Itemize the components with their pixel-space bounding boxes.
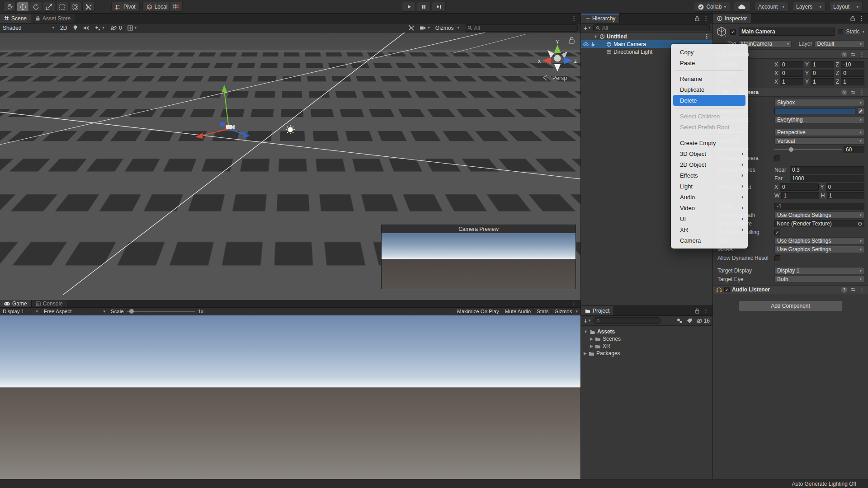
- component-kebab-icon[interactable]: ⋮: [859, 286, 865, 293]
- tab-console[interactable]: Console: [32, 300, 67, 307]
- layout-dropdown[interactable]: Layout▾: [829, 2, 863, 12]
- rotation-y-field[interactable]: 0: [811, 70, 834, 77]
- mute-audio-toggle[interactable]: Mute Audio: [502, 308, 534, 315]
- inspector-lock-icon[interactable]: [850, 16, 855, 21]
- menu-item-ui[interactable]: UI›: [671, 213, 748, 224]
- directional-light-icon[interactable]: [286, 125, 295, 134]
- help-icon[interactable]: ?: [841, 52, 847, 57]
- lighting-status-label[interactable]: Auto Generate Lighting Off: [792, 481, 856, 487]
- axis-y-cone[interactable]: [554, 45, 561, 53]
- rotate-tool-icon[interactable]: [30, 2, 42, 12]
- target-display-dropdown[interactable]: Display 1▾: [774, 267, 864, 274]
- project-create-button[interactable]: +▾: [584, 317, 590, 324]
- hdr-dropdown[interactable]: Use Graphics Settings▾: [774, 237, 864, 244]
- move-tool-icon[interactable]: [17, 2, 29, 12]
- presets-icon[interactable]: [850, 287, 856, 292]
- account-dropdown[interactable]: Account▾: [754, 2, 788, 12]
- maximize-on-play-toggle[interactable]: Maximize On Play: [454, 308, 502, 315]
- project-folder-packages[interactable]: ▶ Packages: [581, 350, 712, 357]
- far-clip-field[interactable]: 1000: [790, 175, 864, 182]
- target-texture-field[interactable]: None (Render Texture)⊙: [774, 220, 864, 227]
- custom-tools-icon[interactable]: [82, 2, 94, 12]
- aspect-ratio-dropdown[interactable]: Free Aspect▾: [41, 308, 108, 315]
- project-search-input[interactable]: [602, 318, 658, 324]
- tab-asset-store[interactable]: Asset Store: [31, 14, 75, 23]
- scene-menu-kebab-icon[interactable]: ⋮: [571, 15, 577, 22]
- project-hidden-toggle[interactable]: 16: [696, 318, 710, 324]
- grid-snap-icon[interactable]: [169, 2, 183, 12]
- add-component-button[interactable]: Add Component: [739, 300, 843, 311]
- menu-item-video[interactable]: Video›: [671, 202, 748, 213]
- culling-mask-dropdown[interactable]: Everything▾: [774, 116, 864, 123]
- viewport-w-field[interactable]: 1: [781, 192, 819, 199]
- scale-slider[interactable]: [127, 308, 195, 314]
- axis-x-cone[interactable]: [542, 57, 551, 64]
- object-picker-icon[interactable]: ⊙: [858, 221, 862, 227]
- depth-field[interactable]: -1: [774, 203, 864, 210]
- gameobject-name-field[interactable]: [739, 28, 835, 36]
- scale-y-field[interactable]: 1: [811, 78, 834, 85]
- position-y-field[interactable]: 1: [811, 61, 834, 68]
- project-lock-icon[interactable]: [695, 308, 699, 314]
- axis-z-cone[interactable]: [564, 57, 572, 64]
- persp-label[interactable]: Persp: [552, 75, 567, 81]
- expand-arrow-icon[interactable]: ▶: [584, 351, 587, 356]
- rect-tool-icon[interactable]: [56, 2, 68, 12]
- scene-lock-icon[interactable]: [569, 40, 574, 43]
- audio-listener-checkbox[interactable]: ✓: [724, 287, 730, 292]
- scene-search[interactable]: [465, 24, 578, 32]
- collab-dropdown[interactable]: Collab▾: [694, 2, 730, 12]
- menu-item-2d-object[interactable]: 2D Object›: [671, 159, 748, 170]
- toggle-2d[interactable]: 2D: [57, 23, 70, 32]
- scene-row-untitled[interactable]: ▼ Untitled ⋮: [581, 33, 712, 40]
- scene-row-kebab-icon[interactable]: ⋮: [704, 33, 710, 40]
- project-search[interactable]: [593, 317, 661, 324]
- search-by-type-icon[interactable]: [677, 318, 683, 324]
- project-kebab-icon[interactable]: ⋮: [703, 307, 709, 314]
- menu-item-3d-object[interactable]: 3D Object›: [671, 148, 748, 159]
- menu-item-duplicate[interactable]: Duplicate: [671, 84, 748, 95]
- hierarchy-search[interactable]: [593, 24, 710, 31]
- tab-inspector[interactable]: Inspector: [713, 14, 751, 23]
- game-gizmos-dropdown[interactable]: Gizmos▾: [552, 308, 580, 315]
- hierarchy-lock-icon[interactable]: [695, 16, 699, 21]
- scale-z-field[interactable]: 1: [841, 78, 864, 85]
- transform-tool-icon[interactable]: [69, 2, 81, 12]
- menu-item-effects[interactable]: Effects›: [671, 170, 748, 181]
- scene-audio-toggle[interactable]: [80, 23, 92, 32]
- layers-dropdown[interactable]: Layers▾: [792, 2, 826, 12]
- position-z-field[interactable]: -10: [841, 61, 864, 68]
- scene-camera-dropdown[interactable]: ▾: [417, 23, 433, 32]
- clear-flags-dropdown[interactable]: Skybox▾: [774, 99, 864, 106]
- row-pickability-icon[interactable]: [590, 42, 595, 47]
- fov-axis-dropdown[interactable]: Vertical▾: [774, 137, 864, 145]
- target-eye-dropdown[interactable]: Both▾: [774, 276, 864, 283]
- active-checkbox[interactable]: ✓: [730, 29, 736, 35]
- scene-visibility-toggle[interactable]: 0: [108, 23, 125, 32]
- inspector-kebab-icon[interactable]: ⋮: [859, 15, 864, 22]
- fov-slider[interactable]: [774, 146, 842, 153]
- presets-icon[interactable]: [850, 52, 856, 56]
- row-visibility-eye-icon[interactable]: [583, 42, 589, 47]
- hierarchy-kebab-icon[interactable]: ⋮: [703, 15, 709, 22]
- audio-listener-header[interactable]: ✓ Audio Listener ? ⋮: [713, 285, 868, 294]
- expand-arrow-icon[interactable]: ▼: [584, 329, 588, 334]
- project-folder-assets[interactable]: ▼ Assets: [581, 328, 712, 335]
- menu-item-delete[interactable]: Delete: [673, 95, 745, 106]
- physical-camera-checkbox[interactable]: [774, 155, 780, 161]
- tab-game[interactable]: Game: [0, 300, 32, 307]
- rendering-path-dropdown[interactable]: Use Graphics Settings▾: [774, 211, 864, 219]
- layer-dropdown[interactable]: Default▾: [814, 40, 864, 47]
- scene-gizmos-dropdown[interactable]: Gizmos▾: [433, 23, 462, 32]
- game-menu-kebab-icon[interactable]: ⋮: [571, 300, 577, 307]
- tab-scene[interactable]: Scene: [0, 14, 31, 23]
- gizmo-center[interactable]: [554, 55, 561, 62]
- scene-canvas[interactable]: y x z Persp Camera Preview: [0, 33, 580, 300]
- fov-field[interactable]: 60: [844, 146, 864, 153]
- search-by-label-icon[interactable]: [687, 318, 692, 324]
- help-icon[interactable]: ?: [841, 287, 847, 293]
- gameobject-icon-large[interactable]: [716, 26, 727, 38]
- display-dropdown[interactable]: Display 1▾: [0, 308, 41, 315]
- expand-arrow-icon[interactable]: ▼: [594, 34, 598, 39]
- play-button[interactable]: [402, 2, 416, 12]
